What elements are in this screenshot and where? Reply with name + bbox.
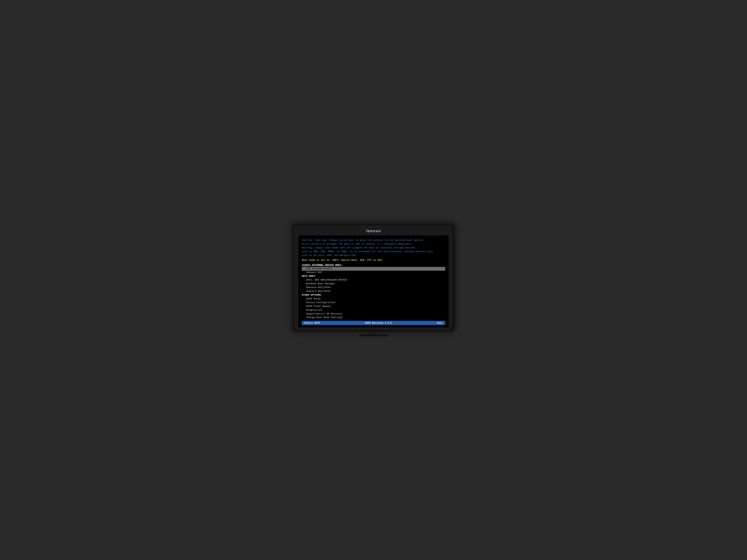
uefi-boot-header: UEFI BOOT: xyxy=(302,274,445,278)
monitor: lenovo Use the ↑(Up) and ↓(Down) arrow k… xyxy=(293,224,454,331)
screen-content: Use the ↑(Up) and ↓(Down) arrow keys to … xyxy=(302,239,445,321)
boot-item-usb-storage[interactable]: USB Storage Device xyxy=(302,267,445,271)
monitor-brand: lenovo xyxy=(298,229,449,233)
boot-item-change-boot-mode[interactable]: Change Boot Mode Settings xyxy=(302,316,445,319)
instruction-line5: such as SD Card, USB, and Network PXE. xyxy=(302,254,445,258)
boot-item-onboard-nic[interactable]: Onboard NIC xyxy=(302,271,445,274)
boot-item-windows-boot-manager[interactable]: Windows Boot Manager xyxy=(302,282,445,286)
boot-item-bios-flash[interactable]: BIOS Flash Update xyxy=(302,304,445,309)
boot-item-diagnostics[interactable]: Diagnostics xyxy=(302,309,445,312)
boot-item-supportassist[interactable]: SupportAssist OS Recovery xyxy=(302,312,445,316)
status-bar-model: Vostro 3670 xyxy=(304,322,320,324)
status-bar-brand: Dell xyxy=(437,322,443,324)
instruction-line4: such as HDD, SSD, NVMe, or eMMC. It is i… xyxy=(302,250,445,254)
instruction-line3: Warning: Legacy boot mode does not suppo… xyxy=(302,246,445,250)
boot-mode-status: Boot mode is set to: UEFI; Secure Boot: … xyxy=(302,259,445,262)
legacy-boot-header: LEGACY EXTERNAL DEVICE BOOT: xyxy=(302,263,445,267)
other-options-header: OTHER OPTIONS: xyxy=(302,293,445,297)
boot-item-nic-ipv4[interactable]: Onboard NIC(IPV4) xyxy=(302,286,445,290)
status-bar: Vostro 3670 BIOS Revision 1.5.9 Dell xyxy=(302,321,445,325)
boot-item-device-config[interactable]: Device Configuration xyxy=(302,301,445,304)
monitor-base xyxy=(359,335,388,336)
instruction-line1: Use the ↑(Up) and ↓(Down) arrow keys to … xyxy=(302,239,445,242)
status-bar-bios-revision: BIOS Revision 1.5.9 xyxy=(365,322,392,324)
boot-item-uefi-wdc[interactable]: UEFI: WDC WDS240G2G0A-00JH30 xyxy=(302,278,445,282)
legacy-boot-header-underline: LEGACY EXTERNAL DEVICE xyxy=(302,264,334,266)
legacy-boot-header-rest: BOOT: xyxy=(335,264,343,266)
boot-item-nic-ipv6[interactable]: Onboard NIC(IPV6) xyxy=(302,290,445,293)
screen: Use the ↑(Up) and ↓(Down) arrow keys to … xyxy=(298,235,449,328)
instruction-line2: Press [Enter] to attempt the boot or ESC… xyxy=(302,242,445,246)
monitor-stand xyxy=(368,331,379,335)
boot-item-bios-setup[interactable]: BIOS Setup xyxy=(302,297,445,301)
